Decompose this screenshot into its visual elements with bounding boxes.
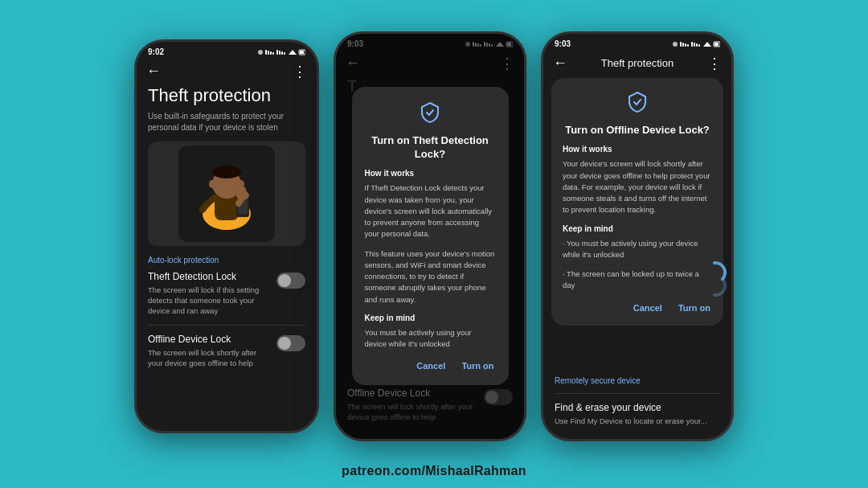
phone2-dialog-icon <box>365 101 496 128</box>
page-subtitle-1: Use built-in safeguards to protect your … <box>148 111 305 133</box>
phone2-dialog-title: Turn on Theft Detection Lock? <box>365 134 496 162</box>
phone3-dialog-actions: Cancel Turn on <box>563 300 712 316</box>
svg-rect-40 <box>694 43 695 47</box>
status-bar-3: 9:03 <box>543 34 731 51</box>
menu-button-1[interactable]: ⋮ <box>293 63 307 80</box>
phone1-content: Theft protection Use built-in safeguards… <box>137 85 317 431</box>
find-erase-title: Find & erase your device <box>555 402 720 413</box>
time-1: 9:02 <box>148 47 164 56</box>
theft-detection-item: Theft Detection Lock The screen will loc… <box>148 271 305 317</box>
offline-lock-title: Offline Device Lock <box>148 334 270 345</box>
phone3-bullet1: · You must be actively using your device… <box>563 238 712 261</box>
phone3-dialog-body1: Your device's screen will lock shortly a… <box>563 158 712 215</box>
theft-detection-info: Theft Detection Lock The screen will loc… <box>148 271 270 317</box>
remote-section-label: Remotely secure device <box>555 376 720 385</box>
phone3-dialog: Turn on Offline Device Lock? How it work… <box>551 78 723 326</box>
progress-arc <box>702 259 727 302</box>
phone2-dialog-body1: If Theft Detection Lock detects your dev… <box>365 182 496 240</box>
section-label-1: Auto-lock protection <box>148 256 305 265</box>
svg-marker-9 <box>289 50 297 55</box>
phone-1: 9:02 ← ⋮ <box>134 39 319 433</box>
phone2-keep-in-mind-label: Keep in mind <box>365 314 496 322</box>
theft-detection-toggle[interactable] <box>276 273 305 289</box>
svg-rect-42 <box>698 44 700 47</box>
phone3-how-it-works-label: How it works <box>563 145 712 154</box>
back-button-1[interactable]: ← <box>146 63 161 80</box>
phone2-cancel-button[interactable]: Cancel <box>415 358 447 374</box>
phone3-keep-in-mind-label: Keep in mind <box>563 224 712 233</box>
phone-2: 9:03 ← ⋮ <box>334 31 526 441</box>
status-icons-3 <box>672 40 720 48</box>
phone3-divider <box>555 393 720 394</box>
phone3-cancel-button[interactable]: Cancel <box>632 300 664 316</box>
back-button-3[interactable]: ← <box>553 55 567 72</box>
phone-3: 9:03 ← Theft p <box>541 31 734 441</box>
svg-rect-41 <box>696 43 698 47</box>
page-title-1: Theft protection <box>148 85 305 106</box>
phone3-bottom-content: Remotely secure device Find & erase your… <box>555 376 720 426</box>
phone3-turnon-button[interactable]: Turn on <box>677 300 712 316</box>
svg-point-17 <box>209 180 215 188</box>
svg-rect-37 <box>685 43 686 47</box>
offline-lock-desc: The screen will lock shortly after your … <box>148 347 270 369</box>
svg-rect-7 <box>281 51 283 55</box>
topbar-1: ← ⋮ <box>137 59 317 85</box>
topbar-3: ← Theft protection ⋮ <box>543 51 731 77</box>
offline-lock-item: Offline Device Lock The screen will lock… <box>148 334 305 369</box>
phone2-how-it-works-label: How it works <box>365 169 496 178</box>
phone3-dialog-title: Turn on Offline Device Lock? <box>563 124 712 137</box>
phone2-dialog-actions: Cancel Turn on <box>365 358 496 374</box>
svg-rect-5 <box>276 50 278 55</box>
phone2-turnon-button[interactable]: Turn on <box>460 358 495 374</box>
svg-point-0 <box>258 50 263 55</box>
svg-rect-35 <box>680 42 682 47</box>
theft-detection-title: Theft Detection Lock <box>148 271 270 282</box>
phone2-dialog-overlay: Turn on Theft Detection Lock? How it wor… <box>336 34 524 439</box>
status-icons-1 <box>257 48 305 56</box>
offline-lock-toggle[interactable] <box>276 335 305 351</box>
page-title-3: Theft protection <box>601 57 674 69</box>
svg-rect-8 <box>284 52 285 55</box>
svg-rect-11 <box>300 51 304 54</box>
illustration-1 <box>148 141 305 246</box>
svg-rect-4 <box>272 52 274 55</box>
divider-1 <box>148 325 305 326</box>
phone3-dialog-icon <box>563 91 712 117</box>
time-3: 9:03 <box>555 39 571 48</box>
footer-text: patreon.com/MishaalRahman <box>0 464 868 478</box>
svg-point-34 <box>673 42 678 47</box>
svg-marker-43 <box>703 42 711 47</box>
svg-rect-1 <box>265 50 267 55</box>
svg-rect-38 <box>687 44 689 47</box>
theft-detection-desc: The screen will lock if this setting det… <box>148 285 270 317</box>
phone3-bullet2: · The screen can be locked up to twice a… <box>563 269 712 292</box>
menu-button-3[interactable]: ⋮ <box>707 55 722 72</box>
phone2-dialog: Turn on Theft Detection Lock? How it wor… <box>352 87 509 386</box>
status-bar-1: 9:02 <box>137 42 317 59</box>
svg-rect-39 <box>691 42 693 47</box>
find-erase-desc: Use Find My Device to locate or erase yo… <box>555 416 720 426</box>
phone2-dialog-body3: You must be actively using your device w… <box>365 327 496 351</box>
svg-rect-3 <box>270 51 272 55</box>
phone2-dialog-body2: This feature uses your device's motion s… <box>365 248 496 306</box>
svg-rect-36 <box>682 43 684 47</box>
svg-rect-2 <box>268 51 269 55</box>
offline-lock-info: Offline Device Lock The screen will lock… <box>148 334 270 369</box>
svg-rect-45 <box>714 43 719 46</box>
svg-point-16 <box>212 166 241 178</box>
svg-rect-6 <box>279 51 280 55</box>
